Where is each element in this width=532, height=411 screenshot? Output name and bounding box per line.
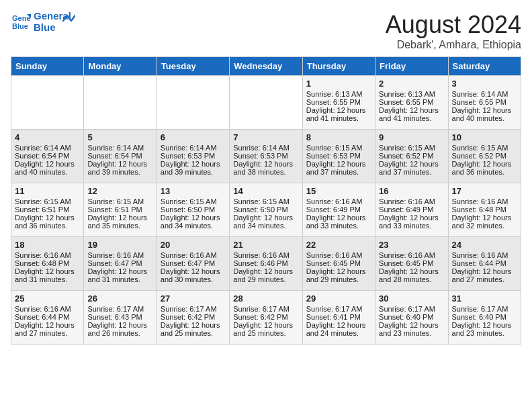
day-info: Sunset: 6:55 PM	[379, 98, 444, 106]
calendar-cell: 13Sunrise: 6:15 AMSunset: 6:50 PMDayligh…	[157, 183, 229, 237]
day-info: Sunrise: 6:17 AM	[379, 305, 444, 313]
day-info: Sunrise: 6:15 AM	[233, 197, 298, 205]
day-info: Sunrise: 6:16 AM	[306, 197, 371, 205]
day-number: 29	[306, 293, 371, 304]
day-info: Sunrise: 6:15 AM	[306, 144, 371, 152]
calendar-cell: 16Sunrise: 6:16 AMSunset: 6:49 PMDayligh…	[375, 183, 448, 237]
calendar-cell	[84, 76, 157, 130]
day-info: Sunrise: 6:16 AM	[233, 251, 298, 259]
page-header: General Blue General Blue August 2024 De…	[11, 11, 521, 51]
day-info: Sunset: 6:52 PM	[452, 152, 517, 160]
calendar-cell: 21Sunrise: 6:16 AMSunset: 6:46 PMDayligh…	[230, 237, 302, 291]
calendar-cell: 7Sunrise: 6:14 AMSunset: 6:53 PMDaylight…	[230, 130, 302, 183]
day-info: Sunset: 6:55 PM	[306, 98, 371, 106]
day-info: Sunset: 6:43 PM	[87, 313, 152, 321]
day-info: Daylight: 12 hours and 23 minutes.	[452, 321, 517, 337]
logo-icon: General Blue	[12, 11, 31, 30]
calendar-cell: 4Sunrise: 6:14 AMSunset: 6:54 PMDaylight…	[11, 130, 84, 183]
calendar-cell: 8Sunrise: 6:15 AMSunset: 6:53 PMDaylight…	[302, 130, 375, 183]
day-info: Daylight: 12 hours and 41 minutes.	[379, 106, 444, 122]
calendar-cell: 5Sunrise: 6:14 AMSunset: 6:54 PMDaylight…	[84, 130, 157, 183]
weekday-header-sunday: Sunday	[11, 57, 84, 76]
day-number: 30	[379, 293, 444, 304]
day-info: Sunset: 6:49 PM	[306, 205, 371, 214]
day-info: Sunrise: 6:14 AM	[15, 144, 80, 152]
day-info: Daylight: 12 hours and 40 minutes.	[15, 160, 80, 176]
day-info: Daylight: 12 hours and 29 minutes.	[306, 267, 371, 283]
day-info: Sunset: 6:52 PM	[379, 152, 444, 160]
day-info: Sunrise: 6:16 AM	[379, 251, 444, 259]
day-info: Daylight: 12 hours and 40 minutes.	[452, 106, 517, 122]
day-info: Sunrise: 6:15 AM	[15, 197, 80, 205]
calendar-cell: 20Sunrise: 6:16 AMSunset: 6:47 PMDayligh…	[157, 237, 229, 291]
day-info: Daylight: 12 hours and 23 minutes.	[379, 321, 444, 337]
calendar-cell: 6Sunrise: 6:14 AMSunset: 6:53 PMDaylight…	[157, 130, 229, 183]
day-number: 21	[233, 240, 298, 250]
day-info: Sunset: 6:48 PM	[452, 205, 517, 214]
day-info: Daylight: 12 hours and 24 minutes.	[306, 321, 371, 337]
day-info: Sunrise: 6:14 AM	[87, 144, 152, 152]
calendar-cell: 14Sunrise: 6:15 AMSunset: 6:50 PMDayligh…	[230, 183, 302, 237]
day-info: Sunset: 6:47 PM	[87, 259, 152, 267]
day-info: Sunset: 6:53 PM	[161, 152, 226, 160]
day-info: Sunrise: 6:16 AM	[452, 251, 517, 259]
calendar-cell: 17Sunrise: 6:16 AMSunset: 6:48 PMDayligh…	[448, 183, 521, 237]
day-info: Sunrise: 6:16 AM	[452, 197, 517, 205]
day-info: Sunrise: 6:15 AM	[379, 144, 444, 152]
calendar-cell: 28Sunrise: 6:17 AMSunset: 6:42 PMDayligh…	[230, 291, 302, 345]
day-info: Sunset: 6:44 PM	[15, 313, 80, 321]
day-info: Sunset: 6:51 PM	[87, 205, 152, 214]
day-number: 28	[233, 293, 298, 304]
day-info: Sunset: 6:53 PM	[233, 152, 298, 160]
day-info: Daylight: 12 hours and 29 minutes.	[233, 267, 298, 283]
day-number: 14	[233, 186, 298, 196]
month-title: August 2024	[386, 11, 521, 39]
calendar-cell: 1Sunrise: 6:13 AMSunset: 6:55 PMDaylight…	[302, 76, 375, 130]
day-info: Sunset: 6:42 PM	[161, 313, 226, 321]
day-info: Daylight: 12 hours and 34 minutes.	[233, 214, 298, 230]
day-info: Sunset: 6:40 PM	[379, 313, 444, 321]
day-info: Sunset: 6:47 PM	[161, 259, 226, 267]
day-info: Sunrise: 6:13 AM	[379, 90, 444, 98]
weekday-header-monday: Monday	[84, 57, 157, 76]
day-info: Sunrise: 6:16 AM	[379, 197, 444, 205]
day-info: Sunrise: 6:16 AM	[15, 251, 80, 259]
day-number: 16	[379, 186, 444, 196]
day-info: Sunrise: 6:16 AM	[161, 251, 226, 259]
day-info: Sunrise: 6:14 AM	[452, 90, 517, 98]
calendar-cell: 19Sunrise: 6:16 AMSunset: 6:47 PMDayligh…	[84, 237, 157, 291]
day-info: Sunset: 6:48 PM	[15, 259, 80, 267]
day-number: 19	[87, 240, 152, 250]
day-info: Daylight: 12 hours and 27 minutes.	[15, 321, 80, 337]
day-info: Daylight: 12 hours and 27 minutes.	[452, 267, 517, 283]
day-info: Daylight: 12 hours and 37 minutes.	[379, 160, 444, 176]
day-info: Sunset: 6:42 PM	[233, 313, 298, 321]
day-number: 3	[452, 79, 517, 89]
weekday-header-friday: Friday	[375, 57, 448, 76]
day-number: 18	[15, 240, 80, 250]
day-number: 24	[452, 240, 517, 250]
day-info: Sunrise: 6:14 AM	[161, 144, 226, 152]
calendar-cell: 10Sunrise: 6:15 AMSunset: 6:52 PMDayligh…	[448, 130, 521, 183]
day-info: Sunset: 6:45 PM	[306, 259, 371, 267]
calendar-cell: 29Sunrise: 6:17 AMSunset: 6:41 PMDayligh…	[302, 291, 375, 345]
day-number: 11	[15, 186, 80, 196]
day-info: Daylight: 12 hours and 32 minutes.	[452, 214, 517, 230]
calendar-table: SundayMondayTuesdayWednesdayThursdayFrid…	[11, 56, 521, 345]
calendar-cell: 27Sunrise: 6:17 AMSunset: 6:42 PMDayligh…	[157, 291, 229, 345]
day-number: 2	[379, 79, 444, 89]
day-info: Daylight: 12 hours and 37 minutes.	[306, 160, 371, 176]
day-info: Sunset: 6:44 PM	[452, 259, 517, 267]
calendar-cell	[157, 76, 229, 130]
logo: General Blue General Blue	[11, 11, 75, 33]
day-info: Daylight: 12 hours and 33 minutes.	[306, 214, 371, 230]
weekday-header-tuesday: Tuesday	[157, 57, 229, 76]
day-info: Sunrise: 6:15 AM	[161, 197, 226, 205]
location-title: Debark', Amhara, Ethiopia	[386, 39, 521, 51]
day-number: 9	[379, 132, 444, 142]
day-info: Daylight: 12 hours and 36 minutes.	[452, 160, 517, 176]
calendar-cell: 11Sunrise: 6:15 AMSunset: 6:51 PMDayligh…	[11, 183, 84, 237]
svg-text:Blue: Blue	[12, 22, 28, 30]
day-number: 12	[87, 186, 152, 196]
day-info: Sunset: 6:54 PM	[87, 152, 152, 160]
